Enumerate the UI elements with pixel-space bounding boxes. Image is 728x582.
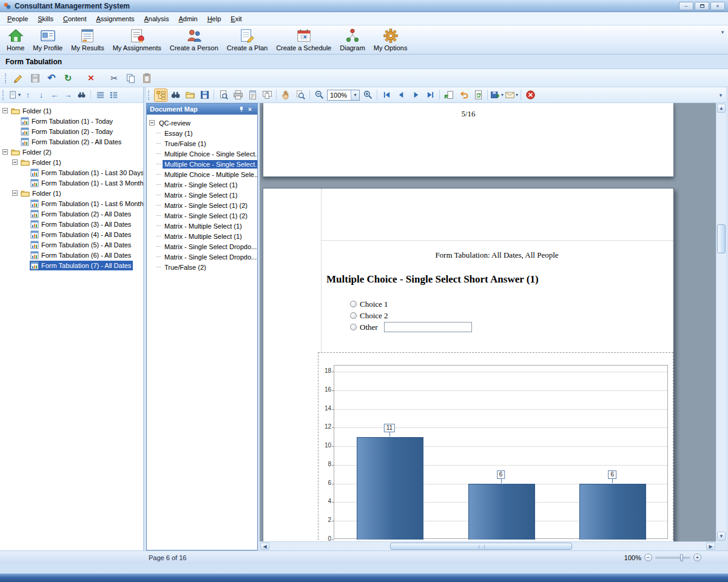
document-map-item[interactable]: Matrix - Single Select Dropdo...: [147, 252, 257, 262]
zoom-tool-button[interactable]: [294, 89, 307, 102]
document-map-item[interactable]: True/False (1): [147, 138, 257, 149]
save-button[interactable]: [28, 71, 42, 85]
zoom-select[interactable]: 100% ▾: [327, 90, 360, 101]
tree-item-report[interactable]: Form Tabulation (1) - Today: [0, 116, 143, 126]
refresh-page-button[interactable]: [471, 89, 485, 102]
tree-item-report[interactable]: Form Tabulation (4) - All Dates: [0, 229, 143, 239]
menu-item-analysis[interactable]: Analysis: [139, 13, 174, 24]
tree-expander-icon[interactable]: [12, 190, 18, 196]
maximize-button[interactable]: [695, 2, 709, 10]
page-setup-button[interactable]: [246, 89, 259, 102]
delete-button[interactable]: ×: [84, 71, 98, 85]
document-map-item[interactable]: Multiple Choice - Single Select...: [147, 159, 257, 169]
pan-tool-button[interactable]: [279, 89, 292, 102]
scroll-right-arrow[interactable]: ▶: [706, 543, 715, 550]
first-page-button[interactable]: [380, 89, 393, 102]
tree-item-folder[interactable]: Folder (1): [0, 105, 143, 116]
open-report-button[interactable]: [183, 89, 197, 102]
print-preview-button[interactable]: [217, 89, 230, 102]
tree-item-report[interactable]: Form Tabulation (5) - All Dates: [0, 239, 143, 250]
find-button[interactable]: [169, 89, 182, 102]
move-up-button[interactable]: ↑: [22, 89, 34, 101]
move-down-button[interactable]: ↓: [35, 89, 47, 101]
document-map-item[interactable]: True/False (2): [147, 262, 257, 272]
tree-item-report[interactable]: Form Tabulation (6) - All Dates: [0, 250, 143, 260]
move-right-button[interactable]: →: [62, 89, 74, 101]
copy-button[interactable]: [123, 71, 138, 85]
tree-item-report[interactable]: Form Tabulation (1) - Last 3 Months: [0, 178, 143, 188]
print-button[interactable]: [231, 89, 244, 102]
tree-item-report[interactable]: Form Tabulation (1) - Last 6 Months: [0, 198, 143, 209]
new-item-button[interactable]: ▾: [8, 89, 21, 101]
document-map-item[interactable]: Matrix - Single Select (1): [147, 179, 257, 190]
close-button[interactable]: ×: [710, 2, 725, 10]
toolbar-button-my-assignments[interactable]: My Assignments: [109, 27, 166, 52]
find-button[interactable]: [75, 89, 87, 101]
document-map-item[interactable]: Matrix - Multiple Select (1): [147, 221, 257, 231]
vertical-scroll-thumb[interactable]: [717, 224, 726, 253]
document-map-item[interactable]: Essay (1): [147, 128, 257, 138]
zoom-in-button[interactable]: +: [693, 554, 701, 561]
minimize-button[interactable]: –: [679, 2, 693, 10]
tree-item-report[interactable]: Form Tabulation (7) - All Dates: [0, 260, 143, 270]
toolbar-button-create-a-schedule[interactable]: Create a Schedule: [272, 27, 335, 52]
refresh-button[interactable]: ↻: [61, 71, 75, 85]
toolbar-button-my-options[interactable]: My Options: [369, 27, 412, 52]
tree-expander-icon[interactable]: [2, 108, 8, 113]
scroll-up-arrow[interactable]: ▲: [717, 104, 726, 113]
toolbar-button-create-a-person[interactable]: Create a Person: [166, 27, 223, 52]
previous-page-button[interactable]: [394, 89, 408, 102]
tree-item-folder[interactable]: Folder (1): [0, 157, 143, 167]
zoom-in-button[interactable]: [361, 89, 374, 102]
tree-item-folder[interactable]: Folder (2): [0, 147, 143, 157]
multi-page-view-button[interactable]: [260, 89, 274, 102]
menu-item-content[interactable]: Content: [58, 13, 92, 24]
document-map-item[interactable]: Multiple Choice - Single Select...: [147, 149, 257, 159]
scroll-left-arrow[interactable]: ◀: [260, 543, 269, 550]
next-page-button[interactable]: [409, 89, 422, 102]
email-button[interactable]: ▾: [505, 89, 518, 102]
zoom-slider[interactable]: [655, 557, 690, 559]
pin-icon[interactable]: [237, 105, 246, 113]
zoom-out-button[interactable]: [312, 89, 326, 102]
menu-item-skills[interactable]: Skills: [33, 13, 58, 24]
toolbar-button-my-profile[interactable]: My Profile: [29, 27, 67, 52]
list-view-button[interactable]: [94, 89, 106, 101]
document-map-item[interactable]: Matrix - Single Select (1) (2): [147, 200, 257, 210]
menu-item-assignments[interactable]: Assignments: [92, 13, 140, 24]
cut-button[interactable]: ✂: [107, 71, 121, 85]
menu-item-admin[interactable]: Admin: [174, 13, 202, 24]
document-map-item[interactable]: Matrix - Multiple Select (1): [147, 231, 257, 241]
close-icon[interactable]: ×: [246, 105, 254, 113]
report-horizontal-scrollbar[interactable]: ◀ ▶: [260, 541, 716, 550]
paste-button[interactable]: [140, 71, 154, 85]
document-map-item[interactable]: Matrix - Single Select (1): [147, 190, 257, 200]
zoom-slider-thumb[interactable]: [680, 554, 683, 561]
toolbar-button-my-results[interactable]: My Results: [67, 27, 108, 52]
scroll-down-arrow[interactable]: ▼: [717, 532, 726, 541]
document-map-item[interactable]: Matrix - Single Select Dropdo...: [147, 241, 257, 252]
toolbar-overflow-button[interactable]: ▾: [717, 92, 724, 98]
export-button[interactable]: ▾: [490, 89, 504, 102]
tree-expander-icon[interactable]: [2, 149, 8, 155]
save-report-button[interactable]: [198, 89, 211, 102]
stop-button[interactable]: [524, 89, 537, 102]
toolbar-button-home[interactable]: Home: [2, 27, 29, 52]
report-vertical-scrollbar[interactable]: ▲ ▼: [716, 103, 726, 541]
details-view-button[interactable]: [107, 89, 120, 101]
tree-expander-icon[interactable]: [149, 120, 155, 125]
tree-item-report[interactable]: Form Tabulation (1) - Last 30 Days: [0, 167, 143, 178]
zoom-out-button[interactable]: −: [644, 554, 652, 561]
toolbar-button-diagram[interactable]: Diagram: [335, 27, 369, 52]
document-map-item[interactable]: Multiple Choice - Multiple Sele...: [147, 169, 257, 179]
tree-item-report[interactable]: Form Tabulation (2) - All Dates: [0, 209, 143, 219]
parent-report-button[interactable]: [442, 89, 456, 102]
move-left-button[interactable]: ←: [49, 89, 61, 101]
tree-item-report[interactable]: Form Tabulation (2) - All Dates: [0, 136, 143, 147]
tree-item-report[interactable]: Form Tabulation (2) - Today: [0, 126, 143, 136]
last-page-button[interactable]: [423, 89, 437, 102]
tree-item-folder[interactable]: Folder (1): [0, 188, 143, 198]
menu-item-help[interactable]: Help: [203, 13, 226, 24]
menu-item-people[interactable]: People: [2, 13, 33, 24]
tree-item-report[interactable]: Form Tabulation (3) - All Dates: [0, 219, 143, 229]
